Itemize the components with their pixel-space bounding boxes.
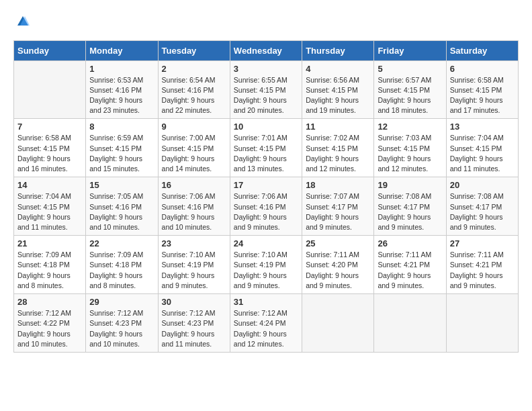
day-info: Sunrise: 7:01 AM Sunset: 4:15 PM Dayligh…	[234, 133, 298, 174]
weekday-header-row: SundayMondayTuesdayWednesdayThursdayFrid…	[14, 40, 519, 60]
calendar-cell: 23Sunrise: 7:10 AM Sunset: 4:19 PM Dayli…	[158, 236, 230, 294]
day-info: Sunrise: 7:12 AM Sunset: 4:22 PM Dayligh…	[17, 308, 82, 349]
logo	[13, 13, 31, 34]
day-number: 4	[306, 64, 370, 74]
logo-icon	[15, 13, 31, 30]
calendar-cell: 19Sunrise: 7:08 AM Sunset: 4:17 PM Dayli…	[374, 177, 446, 236]
weekday-header: Monday	[86, 40, 158, 60]
day-number: 6	[450, 64, 515, 74]
calendar-table: SundayMondayTuesdayWednesdayThursdayFrid…	[13, 40, 519, 353]
day-info: Sunrise: 7:11 AM Sunset: 4:21 PM Dayligh…	[378, 250, 442, 291]
calendar-week-row: 1Sunrise: 6:53 AM Sunset: 4:16 PM Daylig…	[14, 60, 519, 119]
day-number: 7	[17, 122, 82, 132]
calendar-cell: 16Sunrise: 7:06 AM Sunset: 4:16 PM Dayli…	[158, 177, 230, 236]
day-info: Sunrise: 7:09 AM Sunset: 4:18 PM Dayligh…	[17, 250, 82, 291]
calendar-week-row: 14Sunrise: 7:04 AM Sunset: 4:15 PM Dayli…	[14, 177, 519, 236]
day-info: Sunrise: 7:04 AM Sunset: 4:15 PM Dayligh…	[17, 191, 82, 232]
calendar-cell: 22Sunrise: 7:09 AM Sunset: 4:18 PM Dayli…	[86, 236, 158, 294]
calendar-cell: 1Sunrise: 6:53 AM Sunset: 4:16 PM Daylig…	[86, 60, 158, 119]
day-number: 1	[89, 64, 154, 74]
day-number: 24	[234, 238, 298, 248]
calendar-cell: 28Sunrise: 7:12 AM Sunset: 4:22 PM Dayli…	[14, 294, 86, 353]
calendar-cell: 10Sunrise: 7:01 AM Sunset: 4:15 PM Dayli…	[230, 119, 302, 177]
calendar-cell	[374, 294, 446, 353]
weekday-header: Wednesday	[230, 40, 302, 60]
day-number: 2	[162, 64, 226, 74]
calendar-week-row: 7Sunrise: 6:58 AM Sunset: 4:15 PM Daylig…	[14, 119, 519, 177]
calendar-cell: 2Sunrise: 6:54 AM Sunset: 4:16 PM Daylig…	[158, 60, 230, 119]
day-info: Sunrise: 6:54 AM Sunset: 4:16 PM Dayligh…	[162, 75, 226, 116]
weekday-header: Tuesday	[158, 40, 230, 60]
calendar-cell: 24Sunrise: 7:10 AM Sunset: 4:19 PM Dayli…	[230, 236, 302, 294]
day-info: Sunrise: 6:55 AM Sunset: 4:15 PM Dayligh…	[234, 75, 298, 116]
day-number: 14	[17, 180, 82, 190]
day-info: Sunrise: 7:07 AM Sunset: 4:17 PM Dayligh…	[306, 191, 370, 232]
day-info: Sunrise: 7:06 AM Sunset: 4:16 PM Dayligh…	[234, 191, 298, 232]
day-info: Sunrise: 7:11 AM Sunset: 4:21 PM Dayligh…	[450, 250, 515, 291]
day-number: 18	[306, 180, 370, 190]
day-number: 29	[89, 297, 154, 307]
day-number: 10	[234, 122, 298, 132]
day-info: Sunrise: 6:57 AM Sunset: 4:15 PM Dayligh…	[378, 75, 442, 116]
day-number: 3	[234, 64, 298, 74]
calendar-cell: 18Sunrise: 7:07 AM Sunset: 4:17 PM Dayli…	[302, 177, 374, 236]
day-info: Sunrise: 7:08 AM Sunset: 4:17 PM Dayligh…	[450, 191, 515, 232]
weekday-header: Thursday	[302, 40, 374, 60]
calendar-cell	[14, 60, 86, 119]
calendar-cell: 9Sunrise: 7:00 AM Sunset: 4:15 PM Daylig…	[158, 119, 230, 177]
day-number: 16	[162, 180, 226, 190]
day-info: Sunrise: 7:12 AM Sunset: 4:24 PM Dayligh…	[234, 308, 298, 349]
day-info: Sunrise: 7:05 AM Sunset: 4:16 PM Dayligh…	[89, 191, 154, 232]
day-number: 21	[17, 238, 82, 248]
day-info: Sunrise: 7:02 AM Sunset: 4:15 PM Dayligh…	[306, 133, 370, 174]
calendar-cell: 15Sunrise: 7:05 AM Sunset: 4:16 PM Dayli…	[86, 177, 158, 236]
day-info: Sunrise: 7:00 AM Sunset: 4:15 PM Dayligh…	[162, 133, 226, 174]
calendar-cell: 29Sunrise: 7:12 AM Sunset: 4:23 PM Dayli…	[86, 294, 158, 353]
calendar-cell: 20Sunrise: 7:08 AM Sunset: 4:17 PM Dayli…	[446, 177, 518, 236]
day-number: 20	[450, 180, 515, 190]
day-number: 15	[89, 180, 154, 190]
calendar-cell: 13Sunrise: 7:04 AM Sunset: 4:15 PM Dayli…	[446, 119, 518, 177]
day-info: Sunrise: 6:58 AM Sunset: 4:15 PM Dayligh…	[17, 133, 82, 174]
day-info: Sunrise: 6:53 AM Sunset: 4:16 PM Dayligh…	[89, 75, 154, 116]
day-number: 17	[234, 180, 298, 190]
calendar-cell: 11Sunrise: 7:02 AM Sunset: 4:15 PM Dayli…	[302, 119, 374, 177]
day-info: Sunrise: 7:10 AM Sunset: 4:19 PM Dayligh…	[234, 250, 298, 291]
day-info: Sunrise: 7:04 AM Sunset: 4:15 PM Dayligh…	[450, 133, 515, 174]
calendar-cell: 31Sunrise: 7:12 AM Sunset: 4:24 PM Dayli…	[230, 294, 302, 353]
weekday-header: Saturday	[446, 40, 518, 60]
calendar-cell: 26Sunrise: 7:11 AM Sunset: 4:21 PM Dayli…	[374, 236, 446, 294]
day-info: Sunrise: 7:06 AM Sunset: 4:16 PM Dayligh…	[162, 191, 226, 232]
day-number: 12	[378, 122, 442, 132]
day-info: Sunrise: 6:56 AM Sunset: 4:15 PM Dayligh…	[306, 75, 370, 116]
calendar-cell: 25Sunrise: 7:11 AM Sunset: 4:20 PM Dayli…	[302, 236, 374, 294]
day-number: 26	[378, 238, 442, 248]
day-number: 5	[378, 64, 442, 74]
day-number: 19	[378, 180, 442, 190]
calendar-cell: 3Sunrise: 6:55 AM Sunset: 4:15 PM Daylig…	[230, 60, 302, 119]
calendar-cell: 14Sunrise: 7:04 AM Sunset: 4:15 PM Dayli…	[14, 177, 86, 236]
day-number: 23	[162, 238, 226, 248]
calendar-cell	[302, 294, 374, 353]
day-info: Sunrise: 7:12 AM Sunset: 4:23 PM Dayligh…	[162, 308, 226, 349]
day-number: 13	[450, 122, 515, 132]
calendar-cell: 21Sunrise: 7:09 AM Sunset: 4:18 PM Dayli…	[14, 236, 86, 294]
day-info: Sunrise: 7:09 AM Sunset: 4:18 PM Dayligh…	[89, 250, 154, 291]
day-number: 27	[450, 238, 515, 248]
day-info: Sunrise: 7:03 AM Sunset: 4:15 PM Dayligh…	[378, 133, 442, 174]
day-info: Sunrise: 7:11 AM Sunset: 4:20 PM Dayligh…	[306, 250, 370, 291]
calendar-cell: 7Sunrise: 6:58 AM Sunset: 4:15 PM Daylig…	[14, 119, 86, 177]
weekday-header: Sunday	[14, 40, 86, 60]
day-number: 30	[162, 297, 226, 307]
day-number: 28	[17, 297, 82, 307]
calendar-week-row: 28Sunrise: 7:12 AM Sunset: 4:22 PM Dayli…	[14, 294, 519, 353]
day-number: 11	[306, 122, 370, 132]
calendar-cell	[446, 294, 518, 353]
day-info: Sunrise: 7:08 AM Sunset: 4:17 PM Dayligh…	[378, 191, 442, 232]
day-number: 25	[306, 238, 370, 248]
calendar-cell: 27Sunrise: 7:11 AM Sunset: 4:21 PM Dayli…	[446, 236, 518, 294]
day-number: 8	[89, 122, 154, 132]
calendar-week-row: 21Sunrise: 7:09 AM Sunset: 4:18 PM Dayli…	[14, 236, 519, 294]
calendar-cell: 30Sunrise: 7:12 AM Sunset: 4:23 PM Dayli…	[158, 294, 230, 353]
calendar-cell: 17Sunrise: 7:06 AM Sunset: 4:16 PM Dayli…	[230, 177, 302, 236]
